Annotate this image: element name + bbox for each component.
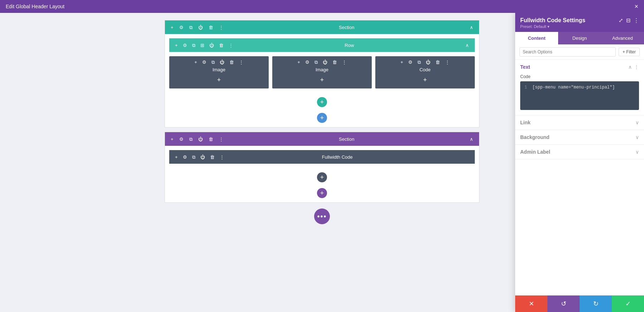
row-duplicate-icon[interactable]: ⧉ bbox=[191, 42, 197, 48]
col1-trash-icon[interactable]: 🗑 bbox=[228, 59, 235, 65]
col2-power-icon[interactable]: ⏻ bbox=[321, 59, 329, 65]
confirm-button[interactable]: ✓ bbox=[612, 296, 644, 312]
row-add-icon[interactable]: + bbox=[174, 42, 179, 48]
row-header: + ⚙ ⧉ ⊞ ⏻ 🗑 ⋮ Row ∧ bbox=[169, 38, 475, 52]
section-2-header-left: + ⚙ ⧉ ⏻ 🗑 ⋮ bbox=[169, 136, 225, 142]
text-section-content: Code 1 [spp-menu name="menu-principal"] bbox=[515, 74, 644, 115]
background-section-title: Background bbox=[520, 134, 550, 140]
row-add-outer: + bbox=[165, 93, 479, 109]
section2-duplicate-icon[interactable]: ⧉ bbox=[188, 136, 194, 142]
fullwidth-row: + ⚙ ⧉ ⏻ 🗑 ⋮ Fullwidth Code bbox=[169, 150, 475, 164]
tab-design[interactable]: Design bbox=[558, 32, 601, 44]
col3-settings-icon[interactable]: ⚙ bbox=[407, 59, 414, 65]
col1-more-icon[interactable]: ⋮ bbox=[238, 59, 245, 65]
section1-more-icon[interactable]: ⋮ bbox=[218, 24, 225, 30]
panel-expand-icon[interactable]: ⤢ bbox=[619, 17, 623, 24]
row-columns-icon[interactable]: ⊞ bbox=[199, 42, 206, 48]
settings-body: Text ∧ ⋮ Code 1 [spp-menu name="menu-pri… bbox=[515, 60, 644, 295]
col2-settings-icon[interactable]: ⚙ bbox=[304, 59, 311, 65]
section2-power-icon[interactable]: ⏻ bbox=[197, 136, 204, 142]
fw-power-icon[interactable]: ⏻ bbox=[199, 154, 206, 160]
undo-button[interactable]: ↺ bbox=[547, 296, 580, 312]
admin-label-section-header[interactable]: Admin Label ∨ bbox=[515, 145, 644, 159]
col2-label: Image bbox=[316, 67, 328, 72]
tab-advanced[interactable]: Advanced bbox=[601, 32, 644, 44]
row-settings-icon[interactable]: ⚙ bbox=[181, 42, 189, 48]
col3-power-icon[interactable]: ⏻ bbox=[424, 59, 432, 65]
close-button[interactable]: × bbox=[634, 3, 638, 10]
redo-button[interactable]: ↻ bbox=[580, 296, 612, 312]
col3-add-icon[interactable]: + bbox=[399, 59, 405, 65]
row-collapse-icon[interactable]: ∧ bbox=[464, 42, 470, 48]
col2-trash-icon[interactable]: 🗑 bbox=[331, 59, 338, 65]
section1-add-outer: + bbox=[165, 109, 479, 124]
top-bar-title: Edit Global Header Layout bbox=[6, 4, 64, 9]
tab-content[interactable]: Content bbox=[515, 32, 558, 44]
row-trash-icon[interactable]: 🗑 bbox=[218, 42, 225, 48]
section-2-title: Section bbox=[225, 136, 468, 142]
fw-duplicate-icon[interactable]: ⧉ bbox=[191, 154, 197, 160]
col3-trash-icon[interactable]: 🗑 bbox=[434, 59, 441, 65]
admin-label-section: Admin Label ∨ bbox=[515, 145, 644, 159]
search-input[interactable] bbox=[519, 47, 616, 57]
row-power-icon[interactable]: ⏻ bbox=[208, 42, 215, 48]
fw-more-icon[interactable]: ⋮ bbox=[218, 154, 226, 160]
section1-add-row-button[interactable]: + bbox=[317, 97, 327, 107]
section-2-header: + ⚙ ⧉ ⏻ 🗑 ⋮ Section ∧ bbox=[165, 132, 479, 146]
bg-chevron-down-icon: ∨ bbox=[635, 134, 639, 140]
filter-button[interactable]: + Filter bbox=[619, 48, 640, 56]
text-section-icons: ∧ ⋮ bbox=[628, 64, 639, 70]
col1-power-icon[interactable]: ⏻ bbox=[218, 59, 226, 65]
col3-duplicate-icon[interactable]: ⧉ bbox=[416, 59, 422, 65]
background-section-header[interactable]: Background ∨ bbox=[515, 130, 644, 144]
col3-more-icon[interactable]: ⋮ bbox=[444, 59, 451, 65]
link-section: Link ∨ bbox=[515, 115, 644, 130]
text-section-header[interactable]: Text ∧ ⋮ bbox=[515, 60, 644, 74]
section-1-header-right: ∧ bbox=[468, 24, 475, 30]
section2-more-icon[interactable]: ⋮ bbox=[218, 136, 225, 142]
panel-preset[interactable]: Preset: Default ▾ bbox=[520, 24, 585, 29]
three-dots-button[interactable]: ••• bbox=[314, 208, 330, 224]
section2-collapse-icon[interactable]: ∧ bbox=[468, 136, 475, 142]
col2-duplicate-icon[interactable]: ⧉ bbox=[313, 59, 319, 65]
section1-trash-icon[interactable]: 🗑 bbox=[207, 24, 215, 30]
code-label: Code bbox=[520, 74, 639, 79]
section2-add-row-outer: + bbox=[165, 168, 479, 184]
panel-split-icon[interactable]: ⊟ bbox=[626, 17, 631, 24]
col1-settings-icon[interactable]: ⚙ bbox=[201, 59, 208, 65]
section2-add-row-button[interactable]: + bbox=[317, 172, 327, 182]
col1-add-icon[interactable]: + bbox=[193, 59, 199, 65]
col3-add-button[interactable]: + bbox=[420, 75, 430, 85]
fw-trash-icon[interactable]: 🗑 bbox=[209, 154, 216, 160]
section1-power-icon[interactable]: ⏻ bbox=[197, 24, 204, 30]
section-1-header-left: + ⚙ ⧉ ⏻ 🗑 ⋮ bbox=[169, 24, 225, 30]
cancel-button[interactable]: ✕ bbox=[515, 296, 547, 312]
col2-add-icon[interactable]: + bbox=[296, 59, 302, 65]
col3-header-icons: + ⚙ ⧉ ⏻ 🗑 ⋮ bbox=[375, 59, 475, 65]
col1-label: Image bbox=[213, 67, 225, 72]
background-section-icons: ∨ bbox=[635, 134, 639, 140]
section1-collapse-icon[interactable]: ∧ bbox=[468, 24, 475, 30]
section2-trash-icon[interactable]: 🗑 bbox=[207, 136, 215, 142]
row-more-icon[interactable]: ⋮ bbox=[227, 42, 235, 48]
col1-duplicate-icon[interactable]: ⧉ bbox=[210, 59, 216, 65]
section1-duplicate-icon[interactable]: ⧉ bbox=[188, 24, 194, 30]
col3-label: Code bbox=[419, 67, 430, 72]
section2-add-icon[interactable]: + bbox=[169, 136, 175, 142]
section1-add-icon[interactable]: + bbox=[169, 24, 175, 30]
section-1-header: + ⚙ ⧉ ⏻ 🗑 ⋮ Section ∧ bbox=[165, 20, 479, 34]
fw-add-icon[interactable]: + bbox=[174, 154, 179, 160]
col2-header-icons: + ⚙ ⧉ ⏻ 🗑 ⋮ bbox=[272, 59, 372, 65]
section2-add-section-button[interactable]: + bbox=[317, 188, 327, 198]
link-section-header[interactable]: Link ∨ bbox=[515, 115, 644, 130]
code-editor[interactable]: 1 [spp-menu name="menu-principal"] bbox=[520, 81, 639, 110]
col2-more-icon[interactable]: ⋮ bbox=[341, 59, 348, 65]
section1-add-section-button[interactable]: + bbox=[317, 113, 327, 123]
section1-settings-icon[interactable]: ⚙ bbox=[178, 24, 185, 30]
admin-label-section-icons: ∨ bbox=[635, 149, 639, 155]
fw-settings-icon[interactable]: ⚙ bbox=[181, 154, 189, 160]
col2-add-button[interactable]: + bbox=[317, 75, 327, 85]
col1-add-button[interactable]: + bbox=[214, 75, 224, 85]
panel-more-icon[interactable]: ⋮ bbox=[634, 17, 639, 24]
section2-settings-icon[interactable]: ⚙ bbox=[178, 136, 185, 142]
